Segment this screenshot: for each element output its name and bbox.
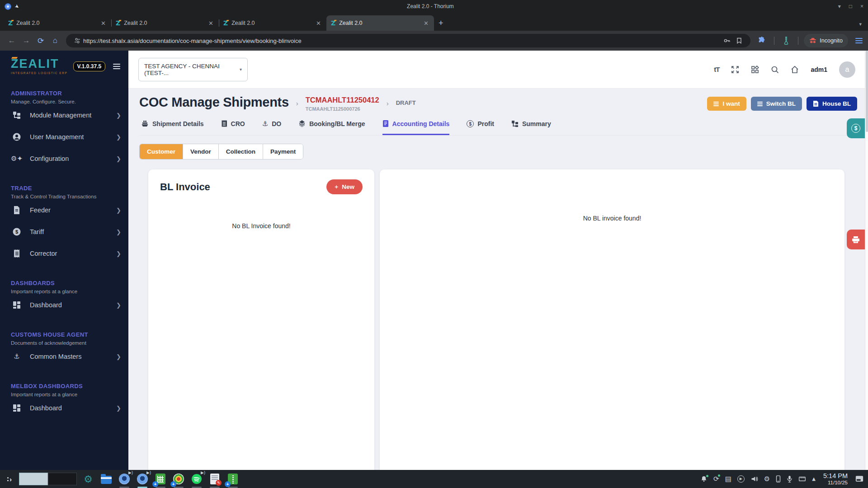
agency-select[interactable]: TEST AGENCY - CHENNAI (TEST-... ▾ [138, 58, 248, 81]
home-icon[interactable]: ⌂ [49, 36, 61, 45]
workspace-1[interactable] [19, 473, 48, 485]
shipment-ref-sub: TCMAAHLT1125000726 [306, 106, 379, 112]
taskbar-spotify-icon[interactable]: ▶) [190, 472, 203, 486]
tab-profit[interactable]: $ Profit [467, 120, 494, 135]
taskbar-tools-icon[interactable]: ⚙ [81, 472, 95, 486]
page-title: COC Manage Shipments [139, 95, 289, 110]
clipboard-icon[interactable]: ▤ [725, 475, 731, 483]
workspace-2[interactable] [48, 473, 77, 485]
window-close-icon[interactable]: × [860, 3, 863, 9]
text-size-icon[interactable]: tT [714, 66, 719, 73]
audio-badge: ▶) [201, 470, 205, 475]
tab-close-icon[interactable]: ✕ [208, 20, 214, 27]
tab-close-icon[interactable]: ✕ [315, 20, 322, 27]
tab-cro[interactable]: CRO [221, 120, 245, 135]
tab-shipment-details[interactable]: Shipment Details [141, 120, 204, 135]
subtab-vendor[interactable]: Vendor [183, 144, 219, 159]
taskbar-clock[interactable]: 5:14 PM 11/10/25 [823, 472, 848, 486]
print-float-button[interactable] [847, 230, 865, 249]
phone-icon[interactable] [776, 475, 781, 483]
switch-bl-button[interactable]: Switch BL [751, 97, 802, 111]
extensions-icon[interactable] [758, 37, 766, 45]
sidebar-item-dashboard[interactable]: Dashboard ❯ [11, 294, 128, 316]
taskbar-spreadsheet-icon[interactable]: + [154, 472, 167, 486]
back-icon[interactable]: ← [5, 36, 18, 45]
browser-tab-1[interactable]: Z Zealit 2.0 ✕ [4, 15, 111, 31]
username-label[interactable]: adm1 [811, 66, 827, 73]
tab-close-icon[interactable]: ✕ [100, 20, 107, 27]
subtab-customer[interactable]: Customer [140, 144, 183, 159]
search-icon[interactable] [771, 66, 779, 74]
sidebar: ZEALIT INTEGRATED LOGISTIC ERP V.1.0.37.… [0, 51, 128, 470]
sync-icon[interactable]: ⟳ [713, 475, 719, 483]
fullscreen-icon[interactable] [731, 66, 739, 74]
sidebar-item-tariff[interactable]: $ Tariff ❯ [11, 221, 128, 243]
subtab-payment[interactable]: Payment [263, 144, 303, 159]
sidebar-item-module-management[interactable]: Module Management ❯ [11, 104, 128, 126]
sidebar-item-dashboard-melbox[interactable]: Dashboard ❯ [11, 397, 128, 419]
forward-icon[interactable]: → [20, 36, 33, 45]
page-scrollbar[interactable] [865, 51, 868, 470]
bookmark-icon[interactable] [736, 38, 742, 44]
reload-icon[interactable]: ⟳ [34, 36, 47, 46]
app-launcher-icon[interactable]: › [7, 475, 12, 483]
breadcrumb-ref: TCMAAHLT11250412 TCMAAHLT1125000726 [306, 96, 379, 112]
taskbar-archive-icon[interactable]: + [226, 472, 240, 486]
sidebar-item-common-masters[interactable]: ⚓ Common Masters ❯ [11, 346, 128, 367]
taskbar-media-app-icon[interactable]: + [172, 472, 185, 486]
avatar[interactable]: a [839, 61, 855, 78]
home-icon[interactable] [791, 66, 799, 74]
apps-grid-icon[interactable] [751, 66, 759, 74]
taskbar-file-manager-icon[interactable] [99, 472, 113, 486]
tray-expand-icon[interactable]: ▲ [812, 476, 816, 481]
chevron-down-icon: ▾ [240, 67, 242, 72]
lab-flask-icon[interactable] [783, 37, 790, 45]
status-badge: DRAFT [396, 99, 416, 106]
currency-float-button[interactable]: $ [847, 118, 865, 138]
window-controls: ▾ □ × [838, 3, 863, 9]
sidebar-toggle-icon[interactable] [113, 64, 120, 69]
taskbar-text-editor-icon[interactable] [208, 472, 222, 486]
taskbar-browser-2-icon[interactable]: ▶) [136, 472, 149, 486]
new-tab-button[interactable]: + [439, 19, 443, 28]
house-bl-button[interactable]: House BL [807, 97, 857, 111]
browser-tab-2[interactable]: Z Zealit 2.0 ✕ [111, 15, 219, 31]
shipment-ref[interactable]: TCMAAHLT11250412 [306, 96, 379, 104]
address-bar[interactable]: https://test.shalx.asia/documentation/co… [66, 34, 750, 47]
notifications-bell-icon[interactable] [700, 475, 708, 483]
password-key-icon[interactable] [723, 37, 731, 44]
i-want-button[interactable]: I want [707, 97, 746, 111]
volume-icon[interactable] [750, 475, 758, 483]
receipt-icon [221, 120, 227, 127]
browser-menu-icon[interactable] [855, 38, 863, 43]
bl-invoice-card: BL Invoice + New No BL Invoice found! [148, 169, 374, 470]
audio-badge: ▶) [128, 470, 133, 475]
tab-do[interactable]: ⚓ DO [262, 120, 281, 135]
tab-search-icon[interactable]: ▾ [859, 21, 862, 27]
tab-booking-bl-merge[interactable]: Booking/BL Merge [298, 120, 365, 135]
window-maximize-icon[interactable]: □ [849, 3, 852, 9]
sidebar-item-user-management[interactable]: User Management ❯ [11, 126, 128, 148]
taskbar-browser-1-icon[interactable]: ▶) [118, 472, 131, 486]
microphone-icon[interactable] [787, 475, 793, 483]
tab-summary[interactable]: Summary [511, 120, 551, 135]
incognito-badge[interactable]: Incognito [804, 34, 848, 47]
window-minimize-icon[interactable]: ▾ [838, 3, 841, 9]
sidebar-item-feeder[interactable]: Feeder ❯ [11, 199, 128, 221]
show-desktop-icon[interactable] [855, 475, 863, 482]
grid-icon [11, 404, 23, 413]
media-play-icon[interactable]: ▶ [737, 475, 745, 483]
zealit-logo: ZEALIT INTEGRATED LOGISTIC ERP [11, 58, 68, 75]
new-bl-invoice-button[interactable]: + New [326, 179, 363, 194]
network-icon[interactable] [798, 476, 806, 482]
subtab-collection[interactable]: Collection [219, 144, 263, 159]
site-info-icon[interactable] [74, 38, 80, 44]
browser-tab-3[interactable]: Z Zealit 2.0 ✕ [219, 15, 326, 31]
tab-accounting-details[interactable]: Accounting Details [382, 120, 450, 135]
sidebar-item-configuration[interactable]: ⚙✦ Configuration ❯ [11, 148, 128, 169]
sidebar-item-corrector[interactable]: Corrector ❯ [11, 243, 128, 264]
browser-tab-4-active[interactable]: Z Zealit 2.0 ✕ [326, 15, 434, 31]
tab-close-icon[interactable]: ✕ [423, 20, 429, 27]
app-topbar: TEST AGENCY - CHENNAI (TEST-... ▾ tT [128, 51, 868, 89]
settings-gear-icon[interactable]: ⚙ [764, 475, 770, 483]
